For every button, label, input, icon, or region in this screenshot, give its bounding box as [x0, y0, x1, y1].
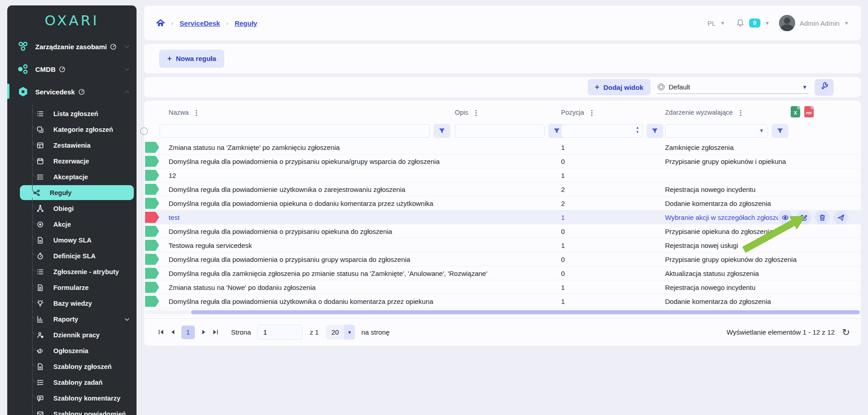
breadcrumb-link-reguly[interactable]: Reguły — [235, 19, 257, 27]
table-row[interactable]: Zmiana statusu na 'Nowe' po dodaniu zgło… — [144, 280, 861, 294]
page-label: Strona — [231, 328, 251, 336]
prev-page-button[interactable] — [167, 326, 179, 338]
table-row[interactable]: Domyślna reguła dla zamknięcia zgłoszeni… — [144, 266, 861, 280]
sidebar-item-bazy-wiedzy[interactable]: Bazy wiedzy — [7, 295, 137, 311]
sidebar-group-label: Zarządzanie zasobami — [35, 43, 107, 51]
sidebar-item-szablony-zgłoszeń[interactable]: Szablony zgłoszeń — [7, 359, 137, 374]
sidebar-item-szablony-powiadomień[interactable]: Szablony powiadomień — [7, 406, 137, 415]
chevron-down-icon[interactable]: ▼ — [720, 20, 725, 26]
language-selector[interactable]: PL — [708, 19, 716, 27]
sidebar-item-kategorie-zgłoszeń[interactable]: Kategorie zgłoszeń — [7, 121, 137, 137]
view-select[interactable]: Default ▼ — [657, 80, 808, 94]
current-page-button[interactable]: 1 — [181, 326, 195, 339]
sidebar-item-dziennik-pracy[interactable]: Dziennik pracy — [7, 327, 137, 343]
rule-name[interactable]: test — [169, 214, 179, 221]
sidebar-item-akcje[interactable]: Akcje — [7, 216, 137, 232]
filter-funnel-button-nazwa[interactable] — [434, 124, 450, 138]
last-page-button[interactable] — [209, 326, 221, 338]
rule-event: Dodanie komentarza do zgłoszenia — [665, 298, 771, 305]
page-size-select[interactable]: 20 ▼ — [326, 325, 355, 340]
sidebar-item-umowy-sla[interactable]: Umowy SLA — [7, 232, 137, 248]
wrench-icon — [820, 82, 829, 92]
user-name[interactable]: Admin Admin — [800, 19, 840, 27]
view-action-button[interactable] — [777, 211, 793, 224]
filter-input-pozycja[interactable] — [561, 124, 643, 138]
sidebar-item-akceptacje[interactable]: Akceptacje — [7, 169, 137, 185]
table-row[interactable]: Domyślna reguła dla powiadomienia o przy… — [144, 154, 861, 168]
sidebar-item-zestawienia[interactable]: Zestawienia — [7, 137, 137, 153]
rule-name: Zmiana statusu na 'Zamknięte' po zamknię… — [169, 144, 340, 151]
pdf-export-icon[interactable]: PDF — [804, 106, 814, 117]
rule-position: 1 — [561, 144, 565, 151]
filter-funnel-button-pozycja[interactable] — [646, 124, 663, 138]
table-row[interactable]: test1Wybranie akcji w szczegółach zgłosz… — [144, 210, 861, 224]
next-page-button[interactable] — [198, 326, 209, 338]
chevron-down-icon[interactable]: ▼ — [759, 128, 764, 133]
next-page-icon — [201, 329, 207, 335]
column-menu-icon[interactable]: ⋮ — [193, 109, 200, 116]
sidebar-item-rezerwacje[interactable]: Rezerwacje — [7, 153, 137, 169]
table-row[interactable]: Testowa reguła servicedesk1Rejestracja n… — [144, 238, 861, 252]
new-rule-button[interactable]: + Nowa reguła — [159, 50, 224, 68]
rule-event: Rejestracja nowego incydentu — [665, 284, 755, 291]
sidebar-item-raporty[interactable]: Raporty — [7, 311, 137, 327]
refresh-icon[interactable]: ↻ — [842, 327, 850, 337]
breadcrumb-link-servicedesk[interactable]: ServiceDesk — [179, 19, 220, 27]
excel-export-icon[interactable]: X — [791, 106, 800, 117]
rule-event: Rejestracja nowego incydentu — [665, 186, 755, 193]
home-icon[interactable] — [156, 19, 165, 28]
sidebar-servicedesk-items: Lista zgłoszeńKategorie zgłoszeńZestawie… — [7, 103, 137, 415]
table-row[interactable]: 121 — [144, 168, 861, 182]
chevron-down-icon[interactable]: ▼ — [802, 84, 807, 90]
per-page-label: na stronę — [361, 328, 390, 336]
sidebar-item-lista-zgłoszeń[interactable]: Lista zgłoszeń — [7, 106, 137, 121]
filter-input-opis[interactable] — [455, 124, 545, 138]
table-row[interactable]: Zmiana statusu na 'Zamknięte' po zamknię… — [144, 140, 861, 154]
worklog-icon — [37, 331, 44, 339]
user-avatar[interactable] — [779, 15, 795, 31]
sidebar-item-definicje-sla[interactable]: Definicje SLA — [7, 248, 137, 264]
sidebar-item-zgłoszenie-atrybuty[interactable]: Zgłoszenie - atrybuty — [7, 264, 137, 280]
sidebar-item-formularze[interactable]: Formularze — [7, 280, 137, 295]
horizontal-scrollbar — [145, 310, 860, 314]
sidebar-item-obiegi[interactable]: Obiegi — [7, 201, 137, 216]
table-row[interactable]: Domyślna reguła dla powiadomienia o przy… — [144, 252, 861, 266]
rule-event: Dodanie komentarza do zgłoszenia — [665, 200, 771, 207]
sidebar-group-servicedesk[interactable]: Servicedesk — [7, 80, 137, 103]
column-menu-icon[interactable]: ⋮ — [589, 109, 595, 116]
column-drag-handle-icon — [140, 127, 148, 135]
number-spinner[interactable]: ▲▼ — [636, 126, 639, 134]
rule-name: Testowa reguła servicedesk — [169, 242, 252, 249]
scrollbar-thumb[interactable] — [191, 310, 860, 314]
comment-icon — [37, 395, 44, 402]
table-row[interactable]: Domyślna reguła dla powiadomienie użytko… — [144, 182, 861, 196]
first-page-button[interactable] — [155, 326, 167, 338]
filter-input-zdarzenie[interactable] — [665, 124, 768, 138]
column-menu-icon[interactable]: ⋮ — [473, 109, 480, 116]
view-settings-button[interactable] — [815, 79, 834, 96]
send-action-button[interactable] — [833, 211, 849, 224]
rule-name: 12 — [169, 172, 176, 179]
sidebar-item-szablony-komentarzy[interactable]: Szablony komentarzy — [7, 390, 137, 406]
table-row[interactable]: Domyślna reguła dla powiadomienia opieku… — [144, 196, 861, 210]
sidebar-group-cmdb[interactable]: CMDB — [7, 58, 137, 80]
notifications-bell-icon[interactable] — [736, 19, 745, 28]
filter-funnel-button-zdarzenie[interactable] — [772, 124, 788, 138]
sidebar-item-szablony-zadań[interactable]: Szablony zadań — [7, 374, 137, 390]
chevron-down-icon[interactable]: ▼ — [844, 20, 849, 26]
column-header-zdarzenie: Zdarzenie wyzwalające⋮ — [665, 109, 861, 116]
table-row[interactable]: Domyślna reguła dla powiadomienia użytko… — [144, 294, 861, 308]
edit-action-button[interactable] — [796, 211, 812, 224]
page-number-input[interactable] — [257, 325, 302, 340]
delete-action-button[interactable] — [814, 211, 830, 224]
chevron-down-icon[interactable]: ▼ — [765, 20, 770, 26]
notification-count-badge[interactable]: 0 — [749, 19, 760, 28]
rule-position: 2 — [561, 200, 565, 207]
app-logo: OXARI — [7, 5, 137, 35]
sidebar-item-ogłoszenia[interactable]: Ogłoszenia — [7, 343, 137, 359]
add-view-button[interactable]: + Dodaj widok — [588, 79, 651, 95]
filter-input-nazwa[interactable] — [160, 124, 430, 138]
column-menu-icon[interactable]: ⋮ — [737, 109, 744, 116]
table-row[interactable]: Domyślna reguła dla powiadomienia o przy… — [144, 224, 861, 238]
sidebar-group-zarządzanie-zasobami[interactable]: Zarządzanie zasobami — [7, 35, 137, 58]
